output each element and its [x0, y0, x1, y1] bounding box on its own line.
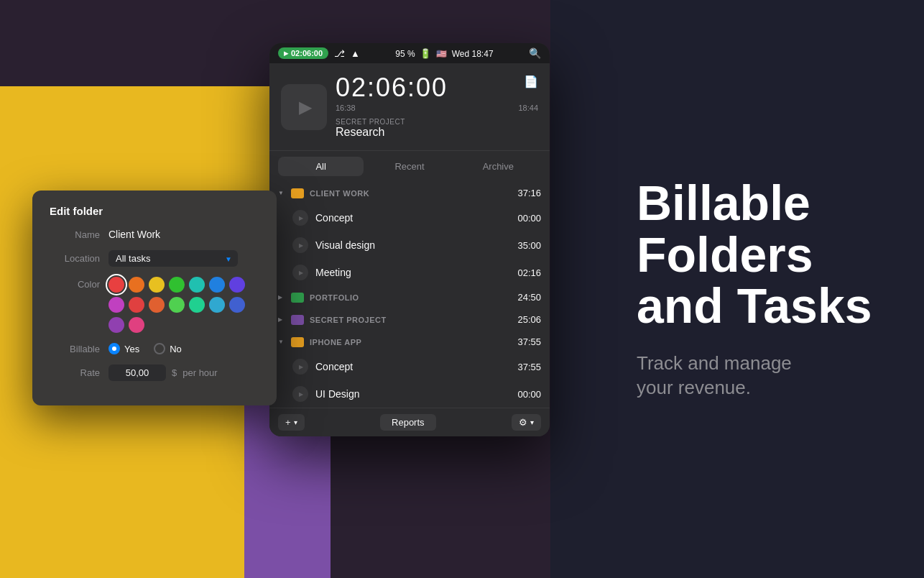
- color-label: Color: [50, 279, 100, 290]
- timer-task: Research: [336, 126, 538, 139]
- task-time-concept-2: 37:55: [517, 362, 541, 372]
- color-dot-lightgreen[interactable]: [169, 297, 185, 313]
- settings-button[interactable]: ⚙ ▾: [512, 414, 541, 431]
- color-dot-purple[interactable]: [229, 277, 245, 293]
- folder-icon-portfolio: [291, 293, 304, 303]
- name-value: Client Work: [108, 229, 160, 240]
- add-button[interactable]: + ▾: [278, 414, 305, 431]
- tab-archive[interactable]: Archive: [456, 157, 541, 176]
- color-dot-red[interactable]: [108, 277, 124, 293]
- task-play-visual-design[interactable]: [292, 237, 308, 253]
- task-meeting[interactable]: Meeting 02:16: [269, 259, 550, 286]
- folder-time-portfolio: 24:50: [517, 292, 541, 303]
- tab-all[interactable]: All: [278, 157, 364, 176]
- tab-recent[interactable]: Recent: [366, 157, 452, 176]
- task-ui-design[interactable]: UI Design 00:00: [269, 380, 550, 408]
- task-visual-design[interactable]: Visual design 35:00: [269, 231, 550, 259]
- headline: Billable Folders and Tasks: [637, 178, 872, 331]
- wifi-icon: ▲: [351, 48, 360, 59]
- color-dot-indigo[interactable]: [229, 297, 245, 313]
- folder-iphone-app[interactable]: ▼ IPHONE APP 37:55: [269, 331, 550, 353]
- folder-name-client-work: CLIENT WORK: [310, 189, 512, 198]
- billable-no[interactable]: No: [154, 343, 182, 354]
- color-dot-orange[interactable]: [129, 277, 144, 293]
- task-name-concept-1: Concept: [315, 212, 510, 224]
- timer-info: 02:06:00 16:38 18:44 SECRET PROJECT Rese…: [336, 75, 538, 139]
- radio-yes-circle: [108, 343, 120, 354]
- task-play-concept-1[interactable]: [292, 210, 308, 226]
- task-time-concept-1: 00:00: [517, 213, 541, 224]
- folder-portfolio[interactable]: ▶ PORTFOLIO 24:50: [269, 286, 550, 308]
- radio-yes-label: Yes: [124, 344, 139, 354]
- folder-name-iphone: IPHONE APP: [310, 338, 512, 347]
- location-select[interactable]: All tasks: [108, 250, 238, 267]
- color-dot-orange2[interactable]: [149, 297, 165, 313]
- timer-display: 02:06:00: [336, 75, 538, 101]
- rate-row: Rate $ per hour: [50, 364, 259, 381]
- folder-triangle-secret: ▶: [278, 316, 285, 323]
- timer-section: 02:06:00 16:38 18:44 SECRET PROJECT Rese…: [269, 63, 550, 151]
- task-play-meeting[interactable]: [292, 265, 308, 280]
- task-play-ui-design[interactable]: [292, 386, 308, 402]
- task-time-visual-design: 35:00: [517, 240, 541, 251]
- location-label: Location: [50, 253, 100, 264]
- color-grid: [108, 277, 259, 333]
- task-time-meeting: 02:16: [517, 267, 541, 278]
- task-name-ui-design: UI Design: [315, 388, 510, 400]
- folder-time-client-work: 37:16: [517, 188, 541, 198]
- folder-secret-project[interactable]: ▶ SECRET PROJECT 25:06: [269, 308, 550, 331]
- subheadline: Track and manage your revenue.: [637, 352, 872, 400]
- radio-no-circle: [154, 343, 165, 354]
- folder-triangle: ▼: [278, 190, 285, 196]
- reports-button[interactable]: Reports: [380, 414, 436, 431]
- search-icon[interactable]: 🔍: [529, 47, 541, 59]
- folder-time-secret: 25:06: [517, 314, 541, 325]
- task-list: ▼ CLIENT WORK 37:16 Concept 00:00 Visual…: [269, 182, 550, 408]
- folder-triangle-iphone: ▼: [278, 339, 285, 345]
- folder-icon-secret: [291, 315, 304, 325]
- per-hour-label: per hour: [183, 367, 217, 378]
- folder-name-portfolio: PORTFOLIO: [310, 293, 512, 302]
- color-dot-pink[interactable]: [108, 297, 124, 313]
- folder-icon-iphone: [291, 337, 304, 347]
- name-row: Name Client Work: [50, 229, 259, 240]
- billable-label: Billable: [50, 344, 100, 354]
- color-dot-blue[interactable]: [209, 277, 225, 293]
- menu-bar-timer[interactable]: 02:06:00: [278, 47, 328, 59]
- play-button[interactable]: [281, 84, 327, 130]
- task-play-concept-2[interactable]: [292, 359, 308, 375]
- currency-label: $: [172, 367, 177, 378]
- folder-icon-client-work: [291, 188, 304, 198]
- timer-project: SECRET PROJECT: [336, 118, 538, 126]
- bluetooth-icon: ⎇: [334, 48, 345, 59]
- menu-bar-datetime: 95 % 🔋 🇺🇸 Wed 18:47: [395, 48, 493, 59]
- billable-yes[interactable]: Yes: [108, 343, 139, 354]
- rate-input[interactable]: [108, 364, 166, 381]
- bottom-bar: + ▾ Reports ⚙ ▾: [269, 408, 550, 436]
- folder-client-work[interactable]: ▼ CLIENT WORK 37:16: [269, 182, 550, 204]
- tabs-bar: All Recent Archive: [269, 151, 550, 182]
- radio-no-label: No: [170, 344, 182, 354]
- color-dot-rose[interactable]: [129, 317, 144, 333]
- color-row: Color: [50, 277, 259, 333]
- color-dot-red2[interactable]: [129, 297, 144, 313]
- task-concept-1[interactable]: Concept 00:00: [269, 204, 550, 231]
- modal-title: Edit folder: [50, 205, 259, 217]
- timer-range: 16:38 18:44: [336, 104, 538, 112]
- color-dot-green[interactable]: [169, 277, 185, 293]
- menu-bar: 02:06:00 ⎇ ▲ 95 % 🔋 🇺🇸 Wed 18:47 🔍: [269, 43, 550, 63]
- name-label: Name: [50, 229, 100, 240]
- color-dot-yellow[interactable]: [149, 277, 165, 293]
- color-dot-teal[interactable]: [189, 277, 205, 293]
- task-concept-2[interactable]: Concept 37:55: [269, 353, 550, 380]
- task-name-visual-design: Visual design: [315, 239, 510, 251]
- color-dot-mint[interactable]: [189, 297, 205, 313]
- billable-row: Billable Yes No: [50, 343, 259, 354]
- edit-folder-modal: Edit folder Name Client Work Location Al…: [32, 191, 277, 405]
- billable-radio-group: Yes No: [108, 343, 182, 354]
- rate-label: Rate: [50, 367, 100, 378]
- color-dot-lightblue[interactable]: [209, 297, 225, 313]
- color-dot-violet[interactable]: [108, 317, 124, 333]
- task-name-meeting: Meeting: [315, 267, 510, 278]
- doc-icon[interactable]: 📄: [524, 75, 538, 88]
